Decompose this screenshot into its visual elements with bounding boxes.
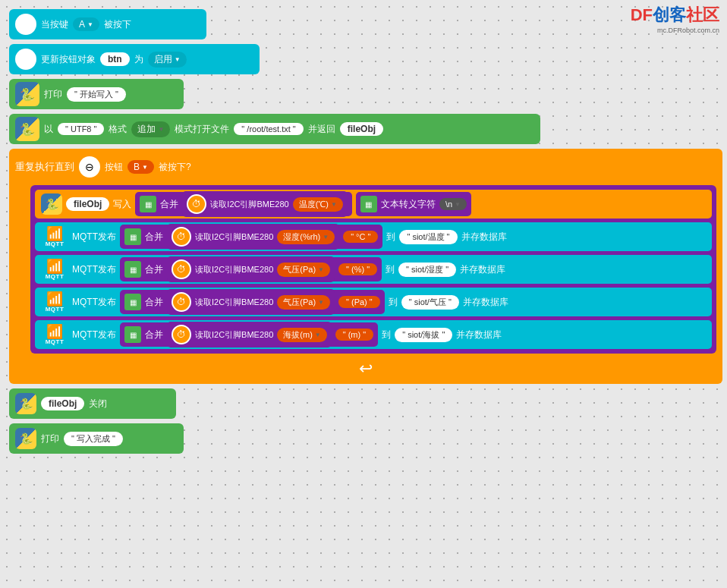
spreadsheet-icon-5: ▦ — [124, 294, 141, 310]
escape-select[interactable]: \n — [439, 198, 467, 210]
mqtt-icon-5: 📶 MQTT — [41, 321, 68, 348]
mqtt-icon-2: 📶 MQTT — [41, 223, 68, 250]
bme280-block-3[interactable]: ⏱ 读取I2C引脚BME280 气压(Pa) — [167, 256, 335, 282]
topic-pill-5: siot/海拔 — [395, 328, 452, 342]
loop-btn-select[interactable]: B — [127, 160, 154, 174]
loop-header: 重复执行直到 ⊖ 按钮 B 被按下? — [15, 153, 716, 181]
loop-label: 重复执行直到 — [15, 160, 74, 174]
concat-block-3: ▦ 合并 ⏱ 读取I2C引脚BME280 气压(Pa) (%) — [120, 257, 382, 281]
print-label-2: 打印 — [41, 432, 59, 445]
concat-block-4: ▦ 合并 ⏱ 读取I2C引脚BME280 气压(Pa) (Pa) — [120, 290, 385, 314]
loop-row-1[interactable]: 🐍 fileObj 写入 ▦ 合并 ⏱ 读取I2C引脚BME280 温度(℃) — [35, 190, 712, 219]
topic-pill-3: siot/湿度 — [398, 263, 456, 277]
key-icon: ⊖ — [15, 14, 36, 35]
bme280-block-2[interactable]: ⏱ 读取I2C引脚BME280 湿度(%rh) — [167, 224, 339, 250]
block-update-btn[interactable]: ⊖ 更新按钮对象 btn 为 启用 — [9, 44, 260, 74]
bme280-icon-5: ⏱ — [172, 325, 191, 344]
spreadsheet-icon-1: ▦ — [140, 196, 156, 212]
unit-pill-5: (m) — [335, 329, 373, 341]
python-icon-2: 🐍 — [15, 117, 39, 141]
key-press-suffix: 被按下 — [104, 18, 131, 31]
key-press-label: 当按键 — [41, 18, 68, 31]
bme280-type-2[interactable]: 湿度(%rh) — [277, 230, 335, 244]
unit-pill-3: (%) — [338, 263, 377, 275]
bme280-type-5[interactable]: 海拔(m) — [277, 328, 326, 342]
bme280-type-4[interactable]: 气压(Pa) — [277, 295, 330, 310]
unit-pill-4: (Pa) — [338, 296, 380, 308]
update-btn-label: 更新按钮对象 — [41, 53, 96, 66]
loop-return-arrow: ↩ — [359, 359, 373, 379]
spreadsheet-icon-3: ▦ — [124, 228, 141, 245]
block-close-file[interactable]: 🐍 fileObj 关闭 — [9, 388, 176, 419]
bme280-icon-3: ⏱ — [172, 259, 191, 279]
mqtt-icon-3: 📶 MQTT — [41, 256, 68, 283]
print-value-1: 开始写入 — [67, 87, 126, 102]
text-convert-block: ▦ 文本转义字符 \n — [356, 192, 471, 216]
loop-footer: ↩ — [15, 358, 716, 379]
fileobj-ref-close: fileObj — [41, 397, 84, 410]
concat-block-2: ▦ 合并 ⏱ 读取I2C引脚BME280 湿度(%rh) °C — [120, 225, 382, 249]
mqtt-icon-4: 📶 MQTT — [41, 288, 68, 316]
spreadsheet-icon-2: ▦ — [360, 196, 377, 212]
btn-state-select[interactable]: 启用 — [148, 52, 187, 68]
main-block-area: ⊖ 当按键 A 被按下 ⊖ 更新按钮对象 btn 为 启用 🐍 打印 开始写入 … — [9, 9, 722, 454]
loop-body: 🐍 fileObj 写入 ▦ 合并 ⏱ 读取I2C引脚BME280 温度(℃) — [30, 185, 716, 354]
encoding-pill: UTF8 — [58, 123, 104, 135]
bme280-icon-1: ⏱ — [187, 194, 206, 214]
unit-pill-2: °C — [343, 231, 378, 243]
python-icon-3: 🐍 — [41, 193, 62, 215]
topic-pill-2: siot/温度 — [399, 230, 457, 244]
loop-block: 重复执行直到 ⊖ 按钮 B 被按下? 🐍 fileObj 写入 ▦ 合并 — [9, 149, 722, 384]
mode-select[interactable]: 追加 — [131, 121, 170, 137]
bme280-type-3[interactable]: 气压(Pa) — [277, 263, 330, 277]
bme280-icon-4: ⏱ — [172, 292, 191, 312]
topic-pill-4: siot/气压 — [401, 295, 459, 310]
python-icon-1: 🐍 — [15, 82, 39, 106]
concat-block-1: ▦ 合并 ⏱ 读取I2C引脚BME280 温度(℃) — [135, 192, 352, 216]
bme280-block-1[interactable]: ⏱ 读取I2C引脚BME280 温度(℃) — [182, 191, 348, 217]
fileobj-var: fileObj — [340, 122, 383, 136]
bme280-block-5[interactable]: ⏱ 读取I2C引脚BME280 海拔(m) — [167, 322, 332, 347]
filepath-pill: /root/test.txt — [234, 123, 303, 135]
print-label-1: 打印 — [44, 88, 62, 101]
block-open-file[interactable]: 🐍 以 UTF8 格式 追加 模式打开文件 /root/test.txt 并返回… — [9, 114, 540, 144]
bme280-icon-2: ⏱ — [172, 227, 191, 247]
loop-row-2[interactable]: 📶 MQTT MQTT发布 ▦ 合并 ⏱ 读取I2C引脚BME280 湿度(%r… — [35, 222, 712, 251]
bme280-type-1[interactable]: 温度(℃) — [293, 197, 343, 212]
python-icon-4: 🐍 — [15, 393, 36, 414]
fileobj-ref-1: fileObj — [66, 197, 109, 211]
btn-obj: btn — [100, 52, 130, 66]
python-icon-5: 🐍 — [15, 428, 36, 449]
spreadsheet-icon-6: ▦ — [124, 326, 141, 343]
block-key-press[interactable]: ⊖ 当按键 A 被按下 — [9, 9, 206, 39]
concat-block-5: ▦ 合并 ⏱ 读取I2C引脚BME280 海拔(m) (m) — [120, 322, 378, 347]
block-print-done[interactable]: 🐍 打印 写入完成 — [9, 423, 184, 454]
loop-icon: ⊖ — [79, 156, 100, 178]
block-print-start[interactable]: 🐍 打印 开始写入 — [9, 79, 184, 109]
loop-row-5[interactable]: 📶 MQTT MQTT发布 ▦ 合并 ⏱ 读取I2C引脚BME280 海拔(m)… — [35, 320, 712, 349]
print-value-2: 写入完成 — [64, 432, 123, 446]
loop-row-4[interactable]: 📶 MQTT MQTT发布 ▦ 合并 ⏱ 读取I2C引脚BME280 气压(Pa… — [35, 288, 712, 316]
bme280-block-4[interactable]: ⏱ 读取I2C引脚BME280 气压(Pa) — [167, 289, 335, 315]
key-select[interactable]: A — [73, 17, 99, 31]
update-icon: ⊖ — [15, 49, 36, 70]
loop-row-3[interactable]: 📶 MQTT MQTT发布 ▦ 合并 ⏱ 读取I2C引脚BME280 气压(Pa… — [35, 255, 712, 284]
spreadsheet-icon-4: ▦ — [124, 261, 141, 278]
